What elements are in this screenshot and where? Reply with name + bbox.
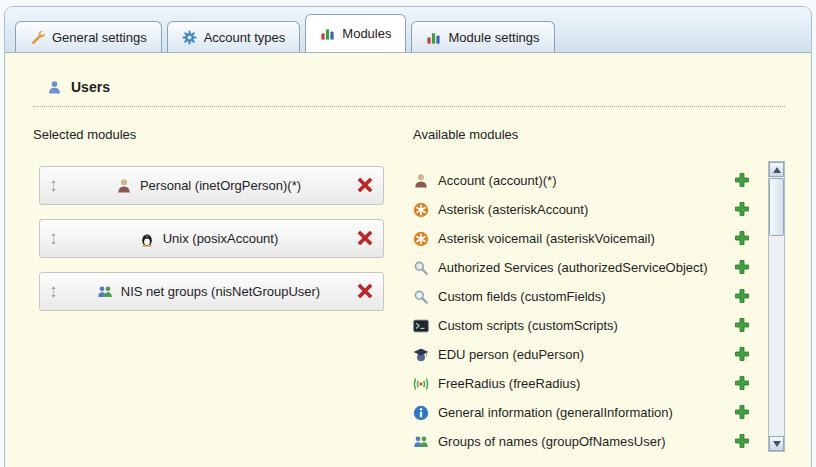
- penguin-icon: [139, 231, 155, 247]
- available-module-label: Custom scripts (customScripts): [438, 318, 725, 333]
- tab-general-settings[interactable]: General settings: [15, 21, 162, 52]
- asterisk-icon: [413, 231, 429, 247]
- available-module-row: Groups of names (groupOfNamesUser): [413, 427, 751, 456]
- available-module-label: General information (generalInformation): [438, 405, 725, 420]
- delete-module-button[interactable]: [357, 177, 374, 194]
- chart-icon: [320, 26, 335, 41]
- add-module-button[interactable]: [734, 433, 751, 450]
- add-module-button[interactable]: [734, 259, 751, 276]
- tab-label: Module settings: [448, 30, 539, 45]
- add-module-button[interactable]: [734, 172, 751, 189]
- available-module-row: Account (account)(*): [413, 166, 751, 195]
- plus-icon: [734, 404, 750, 420]
- drag-handle-icon[interactable]: [47, 178, 60, 194]
- info-icon: [413, 405, 429, 421]
- selected-module-content: Unix (posixAccount): [60, 231, 357, 247]
- available-module-row: Authorized Services (authorizedServiceOb…: [413, 253, 751, 282]
- available-module-row: Custom scripts (customScripts): [413, 311, 751, 340]
- available-modules-column: Available modules Account (account)(*) A…: [413, 127, 785, 456]
- selected-module-item[interactable]: Personal (inetOrgPerson)(*): [39, 166, 384, 205]
- plus-icon: [734, 201, 750, 217]
- selected-modules-column: Selected modules Personal (inetOrgPerson…: [33, 127, 405, 456]
- tab-modules[interactable]: Modules: [305, 14, 406, 52]
- available-module-label: EDU person (eduPerson): [438, 347, 725, 362]
- plus-icon: [734, 230, 750, 246]
- delete-icon: [357, 283, 373, 299]
- drag-handle-icon[interactable]: [47, 231, 60, 247]
- delete-icon: [357, 177, 373, 193]
- antenna-icon: [413, 376, 429, 392]
- modules-columns: Selected modules Personal (inetOrgPerson…: [33, 127, 785, 456]
- available-module-label: FreeRadius (freeRadius): [438, 376, 725, 391]
- plus-icon: [734, 259, 750, 275]
- add-module-button[interactable]: [734, 317, 751, 334]
- plus-icon: [734, 375, 750, 391]
- available-module-row: FreeRadius (freeRadius): [413, 369, 751, 398]
- selected-module-label: Unix (posixAccount): [163, 231, 279, 246]
- selected-module-item[interactable]: Unix (posixAccount): [39, 219, 384, 258]
- person-icon: [116, 178, 132, 194]
- plus-icon: [734, 433, 750, 449]
- plus-icon: [734, 172, 750, 188]
- tab-label: General settings: [52, 30, 147, 45]
- available-module-label: Asterisk voicemail (asteriskVoicemail): [438, 231, 725, 246]
- users-section-header: Users: [33, 79, 785, 107]
- gear-icon: [182, 30, 197, 45]
- add-module-button[interactable]: [734, 375, 751, 392]
- asterisk-icon: [413, 202, 429, 218]
- available-module-label: Authorized Services (authorizedServiceOb…: [438, 260, 725, 275]
- group-icon: [413, 434, 429, 450]
- plus-icon: [734, 317, 750, 333]
- delete-icon: [357, 230, 373, 246]
- tab-bar: General settings Account types Modules M…: [5, 7, 811, 53]
- available-module-label: Asterisk (asteriskAccount): [438, 202, 725, 217]
- available-module-row: Custom fields (customFields): [413, 282, 751, 311]
- add-module-button[interactable]: [734, 288, 751, 305]
- selected-module-content: Personal (inetOrgPerson)(*): [60, 178, 357, 194]
- available-module-label: Account (account)(*): [438, 173, 725, 188]
- selected-module-label: NIS net groups (nisNetGroupUser): [121, 284, 320, 299]
- scroll-down-button[interactable]: [769, 436, 784, 451]
- selected-module-content: NIS net groups (nisNetGroupUser): [60, 284, 357, 300]
- tab-account-types[interactable]: Account types: [167, 21, 301, 52]
- selected-module-item[interactable]: NIS net groups (nisNetGroupUser): [39, 272, 384, 311]
- magnifier-icon: [413, 289, 429, 305]
- group-icon: [97, 284, 113, 300]
- terminal-icon: [413, 318, 429, 334]
- available-module-row: Asterisk voicemail (asteriskVoicemail): [413, 224, 751, 253]
- available-module-row: General information (generalInformation): [413, 398, 751, 427]
- drag-handle-icon[interactable]: [47, 284, 60, 300]
- add-module-button[interactable]: [734, 404, 751, 421]
- tools-icon: [30, 30, 45, 45]
- selected-modules-heading: Selected modules: [33, 127, 405, 142]
- add-module-button[interactable]: [734, 201, 751, 218]
- add-module-button[interactable]: [734, 346, 751, 363]
- person-icon: [413, 173, 429, 189]
- config-panel: General settings Account types Modules M…: [4, 6, 812, 467]
- delete-module-button[interactable]: [357, 283, 374, 300]
- available-module-label: Groups of names (groupOfNamesUser): [438, 434, 725, 449]
- tab-label: Account types: [204, 30, 286, 45]
- tab-label: Modules: [342, 26, 391, 41]
- graduate-icon: [413, 347, 429, 363]
- scrollbar-thumb[interactable]: [769, 178, 784, 236]
- available-modules-heading: Available modules: [413, 127, 751, 142]
- magnifier-icon: [413, 260, 429, 276]
- add-module-button[interactable]: [734, 230, 751, 247]
- available-module-label: Custom fields (customFields): [438, 289, 725, 304]
- user-icon: [47, 80, 62, 95]
- tab-module-settings[interactable]: Module settings: [411, 21, 554, 52]
- available-module-row: EDU person (eduPerson): [413, 340, 751, 369]
- section-title: Users: [71, 79, 110, 95]
- scrollbar[interactable]: [768, 161, 785, 452]
- available-module-row: Asterisk (asteriskAccount): [413, 195, 751, 224]
- modules-content: Users Selected modules Personal (inetOrg…: [5, 53, 811, 456]
- selected-module-label: Personal (inetOrgPerson)(*): [140, 178, 301, 193]
- delete-module-button[interactable]: [357, 230, 374, 247]
- scroll-up-button[interactable]: [769, 162, 784, 177]
- plus-icon: [734, 288, 750, 304]
- plus-icon: [734, 346, 750, 362]
- chart-icon: [426, 30, 441, 45]
